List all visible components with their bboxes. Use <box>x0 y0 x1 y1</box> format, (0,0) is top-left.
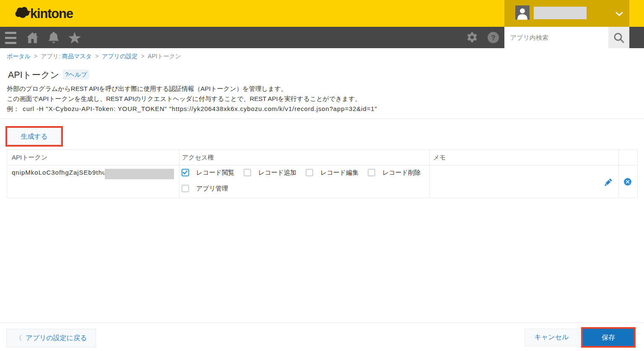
svg-text:?: ? <box>491 34 495 42</box>
